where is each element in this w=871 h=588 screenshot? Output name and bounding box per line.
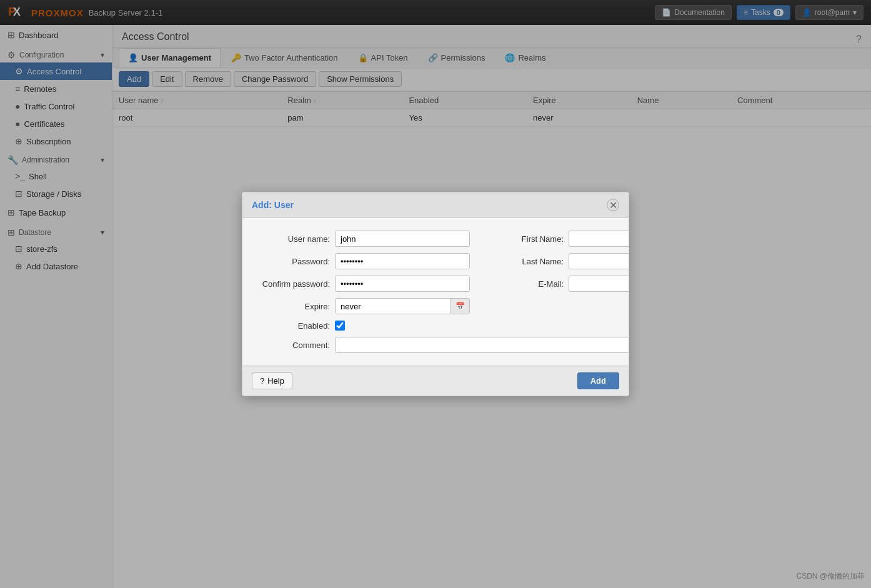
comment-input[interactable]	[335, 337, 629, 353]
confirm-password-input[interactable]	[335, 276, 470, 292]
email-label: E-Mail:	[489, 279, 564, 289]
modal-body: User name: Password: Confirm password: E…	[242, 218, 629, 366]
help-circle-icon: ?	[260, 376, 264, 386]
enabled-row: Enabled:	[255, 321, 470, 331]
modal-overlay: Add: User ✕ User name: Password: Confirm…	[0, 0, 871, 588]
password-input[interactable]	[335, 253, 470, 269]
firstname-row: First Name:	[489, 231, 629, 247]
password-label: Password:	[255, 257, 330, 266]
username-row: User name:	[255, 231, 470, 247]
modal-footer: ? Help Add	[242, 366, 629, 396]
enabled-label: Enabled:	[255, 321, 330, 331]
modal-close-button[interactable]: ✕	[607, 199, 619, 211]
lastname-row: Last Name:	[489, 253, 629, 269]
confirm-password-row: Confirm password:	[255, 276, 470, 292]
comment-row: Comment:	[255, 337, 629, 353]
expire-row: Expire: 📅	[255, 298, 470, 314]
add-user-modal: Add: User ✕ User name: Password: Confirm…	[242, 192, 629, 396]
email-input[interactable]	[569, 276, 629, 292]
firstname-label: First Name:	[489, 234, 564, 244]
modal-add-button[interactable]: Add	[577, 372, 619, 389]
confirm-password-label: Confirm password:	[255, 279, 330, 289]
modal-header: Add: User ✕	[242, 192, 629, 218]
email-row: E-Mail:	[489, 276, 629, 292]
enabled-checkbox[interactable]	[335, 321, 345, 331]
firstname-input[interactable]	[569, 231, 629, 247]
calendar-button[interactable]: 📅	[450, 299, 469, 314]
modal-title: Add: User	[252, 200, 294, 210]
lastname-label: Last Name:	[489, 257, 564, 266]
help-button[interactable]: ? Help	[252, 372, 292, 389]
expire-input[interactable]	[336, 299, 450, 314]
expire-label: Expire:	[255, 302, 330, 311]
comment-label: Comment:	[255, 341, 330, 350]
lastname-input[interactable]	[569, 253, 629, 269]
expire-input-wrap: 📅	[335, 298, 470, 314]
username-input[interactable]	[335, 231, 470, 247]
enabled-checkbox-wrap	[335, 321, 345, 331]
username-label: User name:	[255, 234, 330, 244]
password-row: Password:	[255, 253, 470, 269]
